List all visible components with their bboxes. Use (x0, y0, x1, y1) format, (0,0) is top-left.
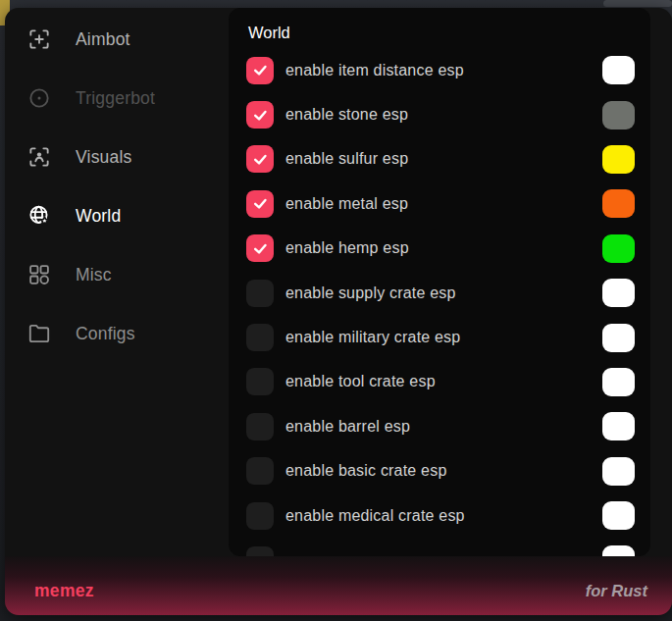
triggerbot-icon (26, 85, 52, 111)
esp-color-swatch[interactable] (602, 145, 635, 174)
sidebar-item-label: Aimbot (76, 29, 130, 50)
esp-checkbox[interactable] (246, 368, 274, 395)
esp-option-label: enable barrel esp (285, 418, 410, 436)
esp-color-swatch[interactable] (602, 545, 635, 556)
esp-checkbox[interactable] (246, 280, 274, 307)
sidebar-item-label: Visuals (76, 147, 132, 168)
sidebar-item-misc[interactable]: Misc (5, 245, 229, 304)
configs-icon (26, 321, 52, 346)
esp-checkbox[interactable] (246, 546, 274, 556)
esp-option-row: enable hemp esp (246, 227, 635, 271)
esp-option-row: enable military crate esp (246, 315, 635, 359)
checkmark-icon (252, 151, 269, 168)
checkmark-icon (252, 62, 269, 78)
checkmark-icon (252, 107, 269, 124)
esp-checkbox[interactable] (246, 145, 274, 173)
esp-checkbox[interactable] (246, 190, 274, 218)
sidebar-item-label: Triggerbot (76, 88, 155, 109)
esp-option-label: enable supply crate esp (285, 285, 456, 302)
esp-color-swatch[interactable] (602, 56, 635, 84)
sidebar-item-label: Configs (76, 324, 135, 344)
esp-option-label: enable stone esp (285, 106, 408, 124)
sidebar-item-triggerbot[interactable]: Triggerbot (5, 69, 229, 128)
esp-option-label: enable sulfur esp (285, 150, 408, 168)
esp-option-row: enable supply crate esp (246, 271, 635, 315)
esp-option-label: enable item distance esp (285, 62, 464, 79)
esp-color-swatch[interactable] (602, 368, 635, 396)
esp-checkbox[interactable] (246, 324, 274, 351)
esp-option-row: enable sulfur esp (246, 137, 635, 181)
aimbot-icon (26, 26, 52, 52)
esp-option-row (246, 538, 635, 556)
esp-option-label: enable hemp esp (285, 239, 409, 257)
sidebar-item-label: Misc (76, 265, 112, 285)
esp-option-label: enable metal esp (285, 195, 408, 213)
sidebar-item-label: World (76, 206, 121, 227)
options-list: enable item distance esp enable stone es… (246, 48, 635, 556)
esp-checkbox[interactable] (246, 57, 274, 84)
footer-bar: memez for Rust (5, 556, 672, 615)
sidebar-item-aimbot[interactable]: Aimbot (5, 10, 229, 69)
esp-color-swatch[interactable] (602, 457, 635, 486)
esp-color-swatch[interactable] (602, 412, 635, 440)
checkmark-icon (252, 240, 269, 257)
esp-checkbox[interactable] (246, 234, 274, 262)
esp-option-label: enable basic crate esp (285, 462, 447, 480)
esp-option-row: enable item distance esp (246, 48, 635, 92)
esp-option-label: enable tool crate esp (285, 373, 436, 390)
visuals-icon (26, 144, 52, 170)
cheat-menu-window: Aimbot Triggerbot Visuals World Misc Con… (5, 8, 672, 615)
esp-option-label: enable medical crate esp (285, 507, 465, 525)
misc-icon (26, 262, 52, 287)
esp-option-row: enable medical crate esp (246, 493, 635, 538)
sidebar-item-world[interactable]: World (5, 186, 229, 245)
screen: Aimbot Triggerbot Visuals World Misc Con… (0, 0, 672, 621)
esp-color-swatch[interactable] (602, 189, 635, 218)
checkmark-icon (252, 195, 269, 212)
esp-color-swatch[interactable] (602, 501, 635, 530)
world-panel: World enable item distance esp enable st… (229, 8, 650, 556)
sidebar-item-configs[interactable]: Configs (5, 304, 229, 363)
esp-checkbox[interactable] (246, 413, 274, 440)
esp-option-row: enable basic crate esp (246, 449, 635, 493)
esp-color-swatch[interactable] (602, 279, 635, 307)
esp-option-label: enable military crate esp (285, 329, 460, 346)
esp-color-swatch[interactable] (602, 101, 635, 129)
page-title: World (248, 24, 635, 42)
brand-logo-text: memez (34, 581, 94, 601)
esp-option-row: enable stone esp (246, 92, 635, 136)
esp-option-row: enable metal esp (246, 181, 635, 226)
esp-color-swatch[interactable] (602, 234, 635, 263)
footer-tagline: for Rust (586, 582, 647, 600)
sidebar: Aimbot Triggerbot Visuals World Misc Con… (5, 8, 229, 555)
esp-option-row: enable barrel esp (246, 404, 635, 448)
esp-checkbox[interactable] (246, 502, 274, 530)
esp-color-swatch[interactable] (602, 324, 635, 352)
esp-option-row: enable tool crate esp (246, 360, 635, 404)
esp-checkbox[interactable] (246, 101, 274, 129)
background-window-edge (603, 0, 672, 7)
esp-checkbox[interactable] (246, 457, 274, 485)
world-icon (26, 203, 52, 229)
sidebar-item-visuals[interactable]: Visuals (5, 128, 229, 186)
